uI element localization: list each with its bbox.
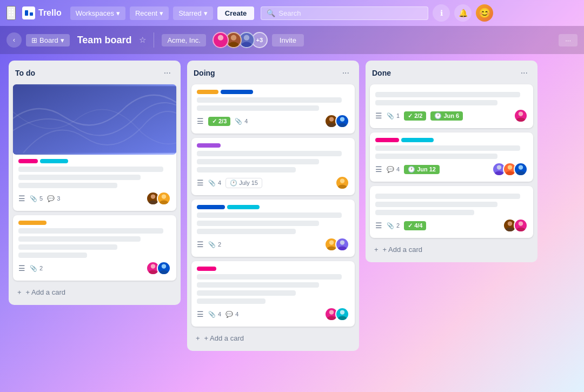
board-area: To do ··· [0,54,584,392]
star-board-button[interactable]: ☆ [139,35,146,45]
collapse-sidebar-button[interactable]: ‹ [6,32,22,48]
label-pink [18,159,38,163]
card-todo-2[interactable]: ☰ 📎2 [13,215,176,281]
card-todo-1[interactable]: ☰ 📎5 💬3 [13,84,176,211]
svg-point-33 [508,165,512,169]
svg-point-16 [327,123,336,128]
date-badge-green: 🕐Jun 12 [404,165,440,174]
card-text-line [197,290,296,296]
card-labels [197,267,349,271]
column-menu-todo[interactable]: ··· [161,67,174,79]
info-icon[interactable]: ℹ [433,4,450,22]
card-doing-4[interactable]: ☰ 📎4 💬4 [191,261,355,327]
card-avatars [335,176,349,190]
card-avatar-2 [514,218,528,232]
card-text-line [18,175,141,180]
board-title: Team board [77,35,132,46]
label-cyan [40,159,68,163]
card-text-line [18,167,163,172]
svg-point-11 [151,264,155,268]
search-input[interactable] [278,9,422,17]
menu-icon: ☰ [197,240,204,249]
label-purple [197,143,221,148]
card-text-line [375,92,520,97]
add-card-button-todo[interactable]: + + Add a card [13,285,176,300]
attachment-count: 📎5 [30,195,43,202]
add-card-button-doing[interactable]: + + Add a card [191,331,355,346]
column-header-done: Done ··· [370,66,533,80]
card-labels [375,138,528,142]
member-avatars-group: +3 [213,32,268,48]
attachment-count: 📎4 [208,311,221,318]
svg-point-28 [338,316,347,321]
card-doing-1[interactable]: ☰ ✓2/3 📎4 [191,84,355,134]
card-text-line [197,151,342,156]
card-text-line [197,105,319,111]
search-box[interactable]: 🔍 [261,6,428,20]
svg-point-7 [151,194,155,198]
card-text-line [18,236,141,242]
card-cover-image [13,84,176,155]
card-footer: ☰ ✓2/3 📎4 [197,114,349,128]
card-done-1[interactable]: ☰ 📎1 ✓2/2 🕐Jun 6 [370,84,533,128]
svg-point-10 [160,200,169,205]
column-menu-doing[interactable]: ··· [339,67,353,79]
card-text-line [197,298,266,304]
card-avatar-3 [514,162,528,176]
card-text-line [197,229,296,234]
card-avatar-2 [157,261,171,275]
svg-point-34 [506,171,515,176]
card-text-line [197,159,319,164]
svg-point-40 [516,227,526,232]
column-todo: To do ··· [9,61,181,305]
member-avatar-1[interactable] [213,32,229,48]
svg-point-23 [340,240,344,244]
board-more-button[interactable]: ··· [559,34,578,46]
card-labels [18,159,171,163]
board-subheader: ‹ ⊞ Board ▾ Team board ☆ Acme, Inc. +3 I… [0,26,584,54]
notification-icon[interactable]: 🔔 [454,4,472,22]
checklist-badge: ✓2/2 [404,111,426,121]
user-avatar[interactable]: 😊 [476,4,493,22]
card-doing-3[interactable]: ☰ 📎2 [191,200,355,257]
column-done: Done ··· ☰ 📎1 ✓2/2 🕐Jun 6 [366,61,537,262]
divider [154,32,154,48]
comment-count: 💬3 [47,195,60,202]
starred-menu[interactable]: Starred ▾ [173,6,213,20]
card-avatars [324,307,349,321]
attachment-count: 📎4 [235,118,248,125]
workspaces-menu[interactable]: Workspaces ▾ [70,6,125,20]
workspace-chip[interactable]: Acme, Inc. [162,34,205,46]
svg-point-25 [329,310,334,314]
search-icon: 🔍 [267,9,275,17]
svg-point-39 [519,221,523,225]
label-cyan [227,205,260,209]
card-text-line [375,194,520,199]
recent-menu[interactable]: Recent ▾ [130,6,169,20]
card-labels [197,143,349,148]
svg-point-20 [338,184,347,190]
card-done-3[interactable]: ☰ 📎2 ✓4/4 [370,186,533,238]
grid-menu-icon[interactable]: ⠿ [6,6,16,20]
svg-point-12 [149,270,158,275]
invite-button[interactable]: Invite [272,34,304,46]
card-avatar-1 [514,109,528,123]
board-view-button[interactable]: ⊞ Board ▾ [26,34,70,46]
create-button[interactable]: Create [217,6,254,20]
card-text-line [197,167,296,172]
card-avatar-2 [335,237,349,251]
card-text-line [375,100,497,105]
add-card-button-done[interactable]: + + Add a card [370,242,533,257]
board-view-icon: ⊞ [31,36,37,44]
menu-icon: ☰ [18,194,25,203]
column-menu-done[interactable]: ··· [517,67,531,79]
svg-point-24 [338,246,347,251]
svg-point-38 [506,227,515,232]
svg-point-21 [329,240,334,244]
card-done-2[interactable]: ☰ 💬4 🕐Jun 12 [370,132,533,182]
card-text-line [197,274,342,280]
card-doing-2[interactable]: ☰ 📎4 🕐July 15 [191,138,355,195]
svg-point-3 [228,42,239,48]
card-text-line [18,244,117,250]
label-yellow [18,221,47,225]
